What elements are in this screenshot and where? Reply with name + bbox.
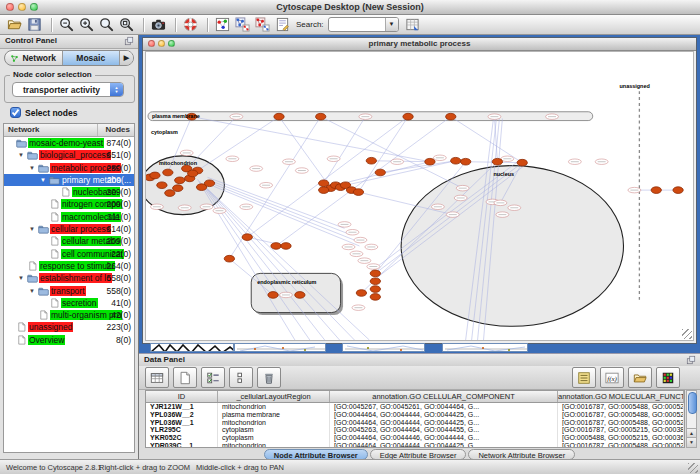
tree-row-cellular-process[interactable]: ▼cellular process614(0) <box>4 223 134 235</box>
tree-node-count: 22(0) <box>111 248 131 260</box>
open-icon[interactable] <box>6 16 23 33</box>
table-scrollbar[interactable]: ▲ ▼ <box>686 390 697 448</box>
unselect-attributes-icon[interactable] <box>229 367 253 388</box>
float-panel-icon[interactable] <box>686 355 696 365</box>
network-window-titlebar[interactable]: primary metabolic process <box>143 38 696 51</box>
search-input[interactable] <box>329 19 385 30</box>
search-options-arrow-icon[interactable]: ▼ <box>385 18 398 31</box>
tree-column-nodes[interactable]: Nodes <box>106 125 130 134</box>
vizmapper-icon[interactable] <box>214 16 231 33</box>
tree-label: cellular process <box>50 224 111 234</box>
table-row[interactable]: YDR039C__1mitochondrion[GO:0044464, GO:0… <box>146 442 684 448</box>
snapshot-camera-icon[interactable] <box>150 16 167 33</box>
tree-row-macromolecule[interactable]: macromolecule311(0) <box>4 211 134 223</box>
tree-row-unassigned[interactable]: unassigned223(0) <box>4 321 134 333</box>
column-header-1[interactable]: ID <box>146 391 218 402</box>
tree-label: biological_process <box>39 150 111 160</box>
tree-row-overview[interactable]: Overview8(0) <box>4 334 134 346</box>
table-row[interactable]: YLR295Ccytoplasm[GO:0045263, GO:0044464,… <box>146 426 684 434</box>
tree-header-separator <box>97 124 98 136</box>
zoom-in-icon[interactable] <box>78 16 95 33</box>
function-builder-icon[interactable]: f(x) <box>600 367 624 388</box>
tree-row-metabolic-process[interactable]: ▼metabolic process280(0) <box>4 162 134 174</box>
attribute-list-icon[interactable] <box>572 367 596 388</box>
node-color-dropdown[interactable]: transporter activity ▲▼ <box>12 82 124 97</box>
import-attributes-icon[interactable] <box>628 367 652 388</box>
background-window-fragment[interactable] <box>234 343 326 352</box>
tree-row-transport[interactable]: ▼transport558(0) <box>4 285 134 297</box>
cell: [GO:0016787, GO:0005488, GO:0005215, G..… <box>558 403 684 411</box>
tree-row-nucleobase[interactable]: nucleobase-209(0) <box>4 186 134 198</box>
attribute-table: ID_cellularLayoutRegionannotation.GO CEL… <box>145 390 685 448</box>
expander-icon[interactable]: ▼ <box>18 272 27 284</box>
tree-node-count: 209(0) <box>106 198 131 210</box>
tree-row-nitrogen-compo[interactable]: nitrogen compo209(0) <box>4 198 134 210</box>
window-resize-grip[interactable] <box>682 329 692 339</box>
control-panel-title-label: Control Panel <box>5 36 57 45</box>
save-icon[interactable] <box>26 16 43 33</box>
table-row[interactable]: YKR052Ccytoplasm[GO:0044464, GO:0044446,… <box>146 434 684 442</box>
tab-network[interactable]: Network <box>5 51 63 65</box>
import-table-icon[interactable] <box>404 16 421 33</box>
tree-row-primary-metabo[interactable]: ▼primary metabo209(... <box>4 174 134 186</box>
tree-node-count: 311(0) <box>107 211 131 223</box>
network-nodes-red-icon[interactable] <box>254 16 271 33</box>
control-panel: Control Panel Network Mosaic ▶ Node colo… <box>0 35 139 459</box>
annotation-icon[interactable] <box>274 16 291 33</box>
network-nodes-blue-icon[interactable] <box>234 16 251 33</box>
expander-icon[interactable]: ▼ <box>18 149 27 161</box>
tree-column-network[interactable]: Network <box>8 125 40 134</box>
cell: [GO:0005488, GO:0005215, GO:0003674] <box>558 434 684 442</box>
tab-overflow-arrow-icon[interactable]: ▶ <box>120 51 133 65</box>
tree-row-mosaic-demo-yeast[interactable]: mosaic-demo-yeast874(0) <box>4 137 134 149</box>
float-panel-icon[interactable] <box>124 36 134 46</box>
window-titlebar: Cytoscape Desktop (New Session) <box>0 0 700 15</box>
tree-row-cell-communicat[interactable]: cell communicat22(0) <box>4 248 134 260</box>
expander-icon[interactable]: ▼ <box>29 285 38 297</box>
expander-icon[interactable]: ▼ <box>40 174 49 186</box>
select-attributes-icon[interactable] <box>201 367 225 388</box>
scroll-down-icon[interactable]: ▼ <box>687 437 696 447</box>
cell: YLR295C <box>146 426 218 434</box>
window-title: Cytoscape Desktop (New Session) <box>0 2 700 12</box>
cell: [GO:0016787, GO:0005215, GO:0003824, G..… <box>558 426 684 434</box>
tree-node-count: 209(... <box>107 174 131 186</box>
tree-row-secretion[interactable]: secretion41(0) <box>4 297 134 309</box>
zoom-out-icon[interactable] <box>58 16 75 33</box>
tree-row-biological-process[interactable]: ▼biological_process651(0) <box>4 149 134 161</box>
expander-icon[interactable]: ▼ <box>29 223 38 235</box>
attribute-table-icon[interactable] <box>145 367 169 388</box>
cell: [GO:0016787, GO:0005488, GO:0005215, G..… <box>558 442 684 448</box>
tree-row-multi-organism-pro[interactable]: multi-organism pro42(0) <box>4 309 134 321</box>
tab-mosaic[interactable]: Mosaic <box>63 51 121 65</box>
column-header-2[interactable]: _cellularLayoutRegion <box>218 391 330 402</box>
delete-attribute-icon[interactable] <box>257 367 281 388</box>
attribute-matrix-icon[interactable] <box>656 367 680 388</box>
table-row[interactable]: YJR121W__1mitochondrion[GO:0045267, GO:0… <box>146 403 684 411</box>
tree-row-establishment-of-lo[interactable]: ▼establishment of lo558(0) <box>4 272 134 284</box>
tree-label: Overview <box>28 335 65 345</box>
table-row[interactable]: YPL036W__2plasma membrane[GO:0044464, GO… <box>146 411 684 419</box>
zoom-selected-icon[interactable] <box>118 16 135 33</box>
table-row[interactable]: YPL036W__1mitochondrion[GO:0044464, GO:0… <box>146 419 684 427</box>
dropdown-stepper-icon: ▲▼ <box>110 83 123 96</box>
column-header-3[interactable]: annotation.GO CELLULAR_COMPONENT <box>330 391 558 402</box>
search-box: ▼ <box>328 17 399 32</box>
app-resize-grip[interactable] <box>688 463 698 473</box>
cell: cytoplasm <box>218 434 330 442</box>
expander-icon[interactable]: ▼ <box>29 162 38 174</box>
tree-row-cellular-metabo[interactable]: cellular metabo209(0) <box>4 235 134 247</box>
tree-row-response-to-stimulu[interactable]: response to stimulu264(0) <box>4 260 134 272</box>
zoom-fit-icon[interactable] <box>98 16 115 33</box>
scrollbar-thumb[interactable] <box>688 392 697 414</box>
background-window-fragment[interactable] <box>342 343 425 352</box>
cell: YPL036W__2 <box>146 411 218 419</box>
help-icon[interactable] <box>182 16 199 33</box>
column-header-4[interactable]: annotation.GO MOLECULAR_FUNCTION <box>558 391 684 402</box>
network-canvas[interactable]: plasma membranecytoplasmmitochondrionnuc… <box>145 51 694 341</box>
background-window-fragment[interactable] <box>442 343 528 352</box>
select-nodes-checkbox[interactable] <box>10 107 21 118</box>
background-window-fragment[interactable] <box>150 343 234 352</box>
new-attribute-icon[interactable] <box>173 367 197 388</box>
cytopanel-tabs: Network Mosaic ▶ <box>4 50 134 66</box>
